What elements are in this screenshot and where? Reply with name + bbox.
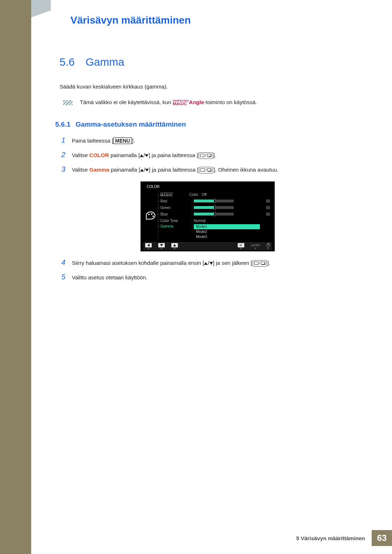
subsection-title: Gamma-asetuksen määrittäminen	[75, 120, 186, 128]
note-text-after: -toiminto on käytössä.	[204, 99, 257, 105]
step-3: 3 Valitse Gamma painamalla [/] ja paina …	[60, 165, 356, 174]
source-enter-icon: /	[199, 152, 213, 159]
osd-nav-up-icon	[171, 243, 178, 247]
step-4: 4 Siirry haluamasi asetuksen kohdalle pa…	[60, 259, 356, 267]
subsection-number: 5.6.1	[55, 120, 70, 128]
osd-row-blue: Blue: 50	[160, 211, 270, 218]
osd-color-menu: COLOR SAMSUNGMAGIC Color : Off	[140, 181, 275, 251]
up-icon	[140, 154, 143, 157]
page-footer: 5 Värisävyn määrittäminen 63	[290, 530, 392, 546]
note: Tämä valikko ei ole käytettävissä, kun S…	[60, 99, 356, 106]
up-icon	[140, 169, 144, 172]
down-icon	[209, 262, 213, 265]
osd-row-color-tone: Color Tone: Normal	[160, 218, 270, 224]
color-keyword: COLOR	[89, 152, 109, 158]
gamma-mode2: Mode2	[194, 229, 260, 234]
osd-row-gamma: Gamma: Mode1 Mode2 Mode3	[160, 224, 270, 239]
source-enter-icon: /	[253, 260, 267, 267]
palette-icon	[146, 212, 155, 219]
note-text-before: Tämä valikko ei ole käytettävissä, kun	[80, 99, 173, 105]
note-icon	[63, 100, 73, 105]
section-number: 5.6	[60, 56, 75, 68]
osd-footer: ↵ AUTO	[143, 242, 272, 250]
menu-button-icon: MENU	[113, 138, 132, 144]
footer-chapter: 5 Värisävyn määrittäminen	[290, 530, 372, 546]
osd-title: COLOR	[147, 185, 272, 189]
section-intro: Säädä kuvan keskialueen kirkkaus (gamma)…	[60, 83, 356, 90]
down-icon	[145, 154, 148, 157]
section-title: Gamma	[86, 56, 124, 68]
down-icon	[145, 169, 149, 172]
gamma-mode3: Mode3	[194, 234, 260, 239]
osd-row-magic-color: SAMSUNGMAGIC Color : Off	[160, 192, 270, 198]
step-1: 1 Paina laitteessa [MENU].	[60, 136, 356, 145]
osd-nav-left-icon	[145, 243, 152, 247]
osd-row-red: Red: 50	[160, 198, 270, 205]
osd-row-green: Green: 50	[160, 205, 270, 211]
step-2: 2 Valitse COLOR painamalla [/] ja paina …	[60, 151, 356, 160]
steps-list: 1 Paina laitteessa [MENU]. 2 Valitse COL…	[60, 136, 356, 174]
subsection-heading: 5.6.1 Gamma-asetuksen määrittäminen	[55, 120, 356, 128]
gamma-mode1: Mode1	[194, 224, 260, 229]
up-icon	[204, 262, 208, 265]
gamma-keyword: Gamma	[89, 167, 109, 173]
power-icon	[266, 243, 270, 247]
angle-keyword: Angle	[189, 99, 204, 105]
sidebar-stripe	[0, 0, 31, 554]
osd-enter-icon: ↵	[238, 243, 244, 247]
page-title: Värisävyn määrittäminen	[31, 0, 361, 30]
section-heading: 5.6 Gamma	[60, 56, 356, 68]
osd-auto-label: AUTO	[251, 243, 260, 247]
steps-list-cont: 4 Siirry haluamasi asetuksen kohdalle pa…	[60, 259, 356, 282]
footer-page-number: 63	[372, 530, 392, 546]
samsung-magic-brand: SAMSUNGMAGIC	[173, 99, 189, 106]
step-5: 5 Valittu asetus otetaan käyttöön.	[60, 273, 356, 282]
osd-nav-down-icon	[158, 243, 165, 247]
source-enter-icon: /	[199, 167, 213, 173]
